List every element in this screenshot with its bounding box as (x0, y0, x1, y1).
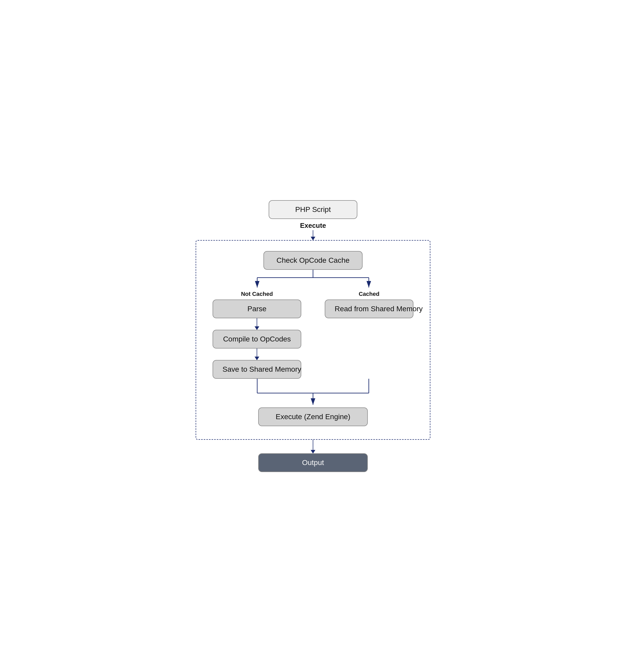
check-opcache-node: Check OpCode Cache (263, 251, 363, 270)
merge-svg (209, 379, 417, 407)
cached-label: Cached (358, 291, 379, 297)
compile-node: Compile to OpCodes (213, 330, 301, 349)
branch-svg (209, 270, 417, 291)
check-opcache-label: Check OpCode Cache (277, 256, 349, 264)
output-label: Output (302, 458, 324, 466)
save-shared-label: Save to Shared Memory (223, 365, 301, 373)
output-arrow (313, 440, 313, 453)
parse-arrow (257, 318, 257, 330)
execute-zend-label: Execute (Zend Engine) (276, 413, 350, 421)
diagram-container: PHP Script Execute Check OpCode Cache (195, 200, 431, 472)
not-cached-label: Not Cached (241, 291, 273, 297)
execute-label: Execute (300, 221, 326, 230)
two-columns: Not Cached Parse Compile to OpCodes Save… (209, 291, 417, 379)
compile-arrow (257, 349, 257, 360)
execute-zend-node: Execute (Zend Engine) (258, 407, 368, 426)
dashed-box: Check OpCode Cache Not Ca (195, 240, 431, 440)
execute-section: Execute (300, 221, 326, 240)
parse-label: Parse (248, 305, 266, 313)
read-shared-label: Read from Shared Memory (335, 305, 423, 313)
top-inner: Check OpCode Cache (209, 251, 417, 270)
save-shared-node: Save to Shared Memory (213, 360, 301, 379)
read-shared-node: Read from Shared Memory (325, 299, 413, 318)
php-script-label: PHP Script (295, 206, 331, 214)
execute-arrow (313, 230, 313, 240)
php-script-node: PHP Script (269, 200, 357, 219)
zend-section: Execute (Zend Engine) (209, 407, 417, 426)
parse-node: Parse (213, 299, 301, 318)
compile-label: Compile to OpCodes (223, 335, 291, 343)
left-column: Not Cached Parse Compile to OpCodes Save… (209, 291, 305, 379)
output-node: Output (258, 453, 368, 472)
right-column: Cached Read from Shared Memory (321, 291, 417, 318)
